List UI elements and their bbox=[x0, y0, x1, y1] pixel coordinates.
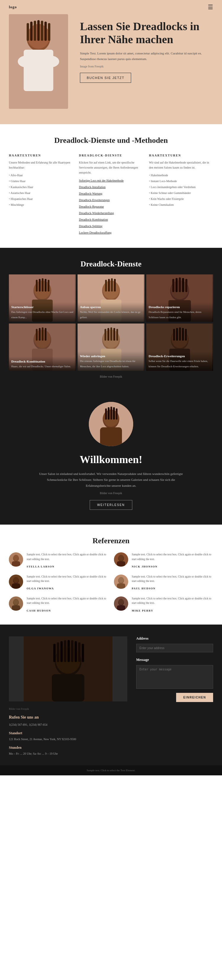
svg-point-80 bbox=[118, 555, 124, 561]
footer-form-message-label: Message bbox=[136, 658, 213, 662]
testimonial-text-3: Sample text. Click to select the text bo… bbox=[132, 574, 213, 584]
svg-rect-108 bbox=[75, 641, 77, 662]
testimonial-name-3: PAUL HUDSON bbox=[132, 587, 156, 590]
gallery-item-overlay-3: Dreadlock-Kombination Haare, die wir auf… bbox=[9, 356, 76, 371]
svg-rect-27 bbox=[108, 279, 110, 291]
svg-rect-29 bbox=[114, 279, 116, 291]
testimonial-text-1: Sample text. Click to select the text bo… bbox=[132, 552, 213, 561]
svg-point-84 bbox=[13, 577, 19, 583]
testimonial-name-4: CASH HUDSON bbox=[27, 609, 51, 612]
service-col-1-heading: HAARTEXTUREN bbox=[9, 154, 73, 157]
svg-rect-34 bbox=[172, 279, 174, 292]
svg-rect-107 bbox=[71, 640, 73, 662]
svg-rect-55 bbox=[116, 329, 118, 340]
footer-left: Bilder von Freepik Rufen Sie uns an 1(23… bbox=[9, 636, 127, 756]
hamburger-icon[interactable]: ☰ bbox=[208, 3, 213, 11]
gallery-item-title-4: Wieder anbringen bbox=[80, 354, 142, 358]
svg-rect-7 bbox=[37, 20, 40, 41]
list-item: Kaukasisches Haar bbox=[9, 184, 73, 190]
gallery-item-overlay-2: Dreadlocks reparieren Dreadlock-Reparatu… bbox=[146, 302, 213, 322]
service-link-1[interactable]: Dreadlock-Installation bbox=[79, 184, 143, 191]
service-link-0[interactable]: Sofortige Locs mit der Hakelmethode bbox=[79, 177, 143, 184]
services-grid: HAARTEXTUREN Unsere Methoden und Erfahru… bbox=[9, 154, 213, 236]
welcome-read-more-button[interactable]: WEITERLESEN bbox=[90, 500, 132, 510]
service-link-4[interactable]: Dreadlock-Reparatur bbox=[79, 204, 143, 210]
footer-form: Address Message EINREICHEN bbox=[136, 636, 213, 756]
gallery-credit: Bilder von Freepik bbox=[9, 375, 213, 378]
avatar-mike bbox=[114, 597, 128, 611]
testimonial-item-5: Sample text. Click to select the text bo… bbox=[114, 597, 213, 612]
service-link-6[interactable]: Dreadlock-Kombination bbox=[79, 216, 143, 223]
list-item: Instant Locs-Methode bbox=[149, 178, 213, 184]
svg-rect-73 bbox=[116, 408, 118, 420]
svg-rect-53 bbox=[110, 327, 112, 340]
service-link-8[interactable]: Lockere Dreadlocksraffung bbox=[79, 229, 143, 236]
footer-submit-button[interactable]: EINREICHEN bbox=[176, 693, 213, 702]
svg-rect-44 bbox=[39, 328, 40, 340]
svg-rect-109 bbox=[78, 642, 80, 662]
svg-rect-36 bbox=[179, 277, 181, 292]
testimonials-title: Referenzen bbox=[9, 536, 213, 545]
svg-rect-35 bbox=[176, 278, 177, 292]
footer-message-textarea[interactable] bbox=[136, 665, 213, 689]
testimonial-item-4: Sample text. Click to select the text bo… bbox=[9, 597, 108, 612]
gallery-title: Dreadlock-Dienste bbox=[9, 259, 213, 269]
testimonial-item-3: Sample text. Click to select the text bo… bbox=[114, 574, 213, 590]
svg-rect-77 bbox=[12, 561, 20, 566]
svg-rect-102 bbox=[53, 644, 56, 662]
svg-rect-46 bbox=[45, 328, 46, 340]
gallery-item-desc-1: Nichts, Weil Sie niemanden der Locks kön… bbox=[80, 310, 141, 319]
footer-contact: Rufen Sie uns an 1(234) 567-891, 1(234) … bbox=[9, 715, 127, 756]
testimonial-body-0: Sample text. Click to select the text bo… bbox=[27, 552, 108, 568]
svg-rect-18 bbox=[39, 279, 40, 291]
avatar-paul bbox=[114, 574, 128, 589]
testimonials-grid: Sample text. Click to select the text bo… bbox=[9, 552, 213, 612]
testimonial-item-1: Sample text. Click to select the text bo… bbox=[114, 552, 213, 568]
svg-rect-19 bbox=[42, 278, 43, 291]
service-col-3-desc: Wir sind auf die Hakelmethode spezialisi… bbox=[149, 160, 213, 170]
footer-address-input[interactable] bbox=[136, 644, 213, 652]
list-item: Mischlinge bbox=[9, 202, 73, 208]
testimonials-section: Referenzen Sample text. Click to select … bbox=[0, 525, 222, 624]
testimonial-name-5: MIKE PERRY bbox=[132, 609, 153, 612]
testimonial-item-2: Sample text. Click to select the text bo… bbox=[9, 574, 108, 590]
hero-woman-image bbox=[9, 14, 68, 109]
footer-contact-title: Rufen Sie uns an bbox=[9, 715, 127, 720]
welcome-title: Willkommen! bbox=[9, 453, 213, 466]
service-col-1-list: Afro-Haar Glattes Haar Kaukasisches Haar… bbox=[9, 172, 73, 208]
service-col-haartexturen-1: HAARTEXTUREN Unsere Methoden und Erfahru… bbox=[9, 154, 73, 236]
footer-phone: 1(234) 567-891, 1(234) 987-654 bbox=[9, 722, 127, 727]
svg-rect-38 bbox=[185, 279, 187, 292]
welcome-text: Unser Salon ist einladend und komfortabe… bbox=[37, 471, 185, 488]
services-title: Dreadlock-Dienste und -Methoden bbox=[9, 136, 213, 145]
svg-point-12 bbox=[42, 56, 59, 67]
service-link-7[interactable]: Dreadlock-Splitting bbox=[79, 223, 143, 229]
svg-rect-26 bbox=[105, 280, 107, 291]
testimonial-body-4: Sample text. Click to select the text bo… bbox=[27, 597, 108, 612]
gallery-item-title-5: Dreadlock-Erweiterungen bbox=[149, 354, 211, 358]
service-link-5[interactable]: Dreadlock-Wiederherstellung bbox=[79, 210, 143, 216]
service-link-2[interactable]: Dreadlock-Wartung bbox=[79, 191, 143, 197]
svg-point-76 bbox=[13, 555, 19, 561]
avatar-olga bbox=[9, 574, 23, 589]
svg-rect-81 bbox=[117, 561, 125, 566]
hero-image-credit: Image from Freepik bbox=[80, 65, 213, 68]
service-col-3-heading: HAARTEXTUREN bbox=[149, 154, 213, 157]
svg-rect-105 bbox=[64, 640, 66, 662]
footer-address: 121 Rock Street, 21 Avenue, New York, NY… bbox=[9, 737, 127, 742]
testimonial-name-0: STELLA LARSON bbox=[27, 565, 54, 568]
welcome-section: Willkommen! Unser Salon ist einladend un… bbox=[0, 390, 222, 525]
list-item: Glattes Haar bbox=[9, 178, 73, 184]
list-item: Kein Wachs oder Fixiergele bbox=[149, 196, 213, 202]
svg-point-92 bbox=[13, 599, 19, 605]
service-link-3[interactable]: Dreadlock-Erweiterungen bbox=[79, 197, 143, 204]
footer: Bilder von Freepik Rufen Sie uns an 1(23… bbox=[0, 625, 222, 775]
svg-rect-60 bbox=[173, 329, 175, 340]
testimonial-body-1: Sample text. Click to select the text bo… bbox=[132, 552, 213, 568]
logo: logo bbox=[9, 5, 17, 10]
svg-rect-71 bbox=[110, 407, 112, 420]
hero-book-button[interactable]: BUCHEN SIE JETZT bbox=[80, 73, 131, 83]
hero-subtitle: Simple Text. Lorem ipsum dolor sit amet,… bbox=[80, 51, 213, 62]
svg-rect-72 bbox=[113, 407, 115, 420]
svg-rect-4 bbox=[27, 23, 29, 41]
